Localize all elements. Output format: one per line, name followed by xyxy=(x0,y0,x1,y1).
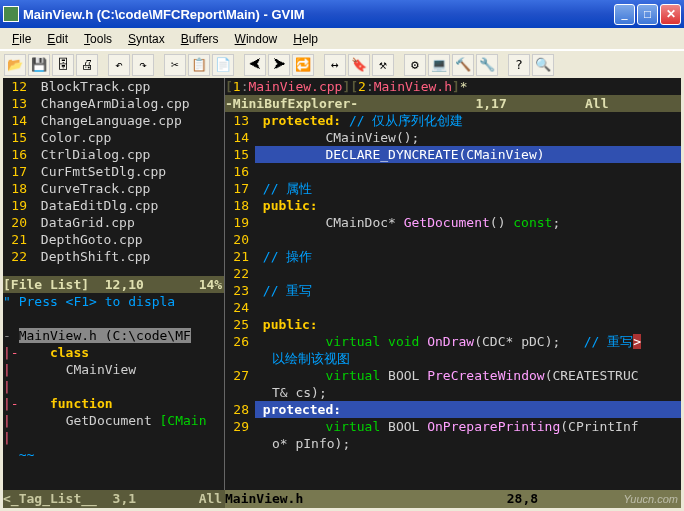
replace-icon[interactable]: 🔁 xyxy=(292,54,314,76)
menu-tools[interactable]: Tools xyxy=(76,30,120,48)
saveall-icon[interactable]: 🗄 xyxy=(52,54,74,76)
menu-buffers[interactable]: Buffers xyxy=(173,30,227,48)
editor-area: 12 BlockTrack.cpp13 ChangeArmDialog.cpp1… xyxy=(3,78,681,508)
current-line[interactable]: 15 DECLARE_DYNCREATE(CMainView) xyxy=(225,146,681,163)
menu-file[interactable]: File xyxy=(4,30,39,48)
hammer-icon[interactable]: 🔨 xyxy=(452,54,474,76)
cut-icon[interactable]: ✂ xyxy=(164,54,186,76)
open-icon[interactable]: 📂 xyxy=(4,54,26,76)
bottom-status: <_Tag_List__ 3,1 All MainView.h 28,8 xyxy=(3,490,681,508)
file-list-pane[interactable]: 12 BlockTrack.cpp13 ChangeArmDialog.cpp1… xyxy=(3,78,224,276)
buffer-tabs[interactable]: [1:MainView.cpp][2:MainView.h]* xyxy=(225,78,681,95)
save-icon[interactable]: 💾 xyxy=(28,54,50,76)
copy-icon[interactable]: 📋 xyxy=(188,54,210,76)
make-icon[interactable]: ⚒ xyxy=(372,54,394,76)
tilde: ~~ xyxy=(19,447,35,462)
status-filename: MainView.h xyxy=(225,490,303,508)
print-icon[interactable]: 🖨 xyxy=(76,54,98,76)
taglist-status: <_Tag_List__ 3,1 All xyxy=(3,490,225,508)
redo-icon[interactable]: ↷ xyxy=(132,54,154,76)
file-list-item[interactable]: 15 Color.cpp xyxy=(3,129,224,146)
minibuf-explorer-status: -MiniBufExplorer- 1,17 All xyxy=(225,95,681,112)
minimize-button[interactable]: _ xyxy=(614,4,635,25)
build-icon[interactable]: ⚙ xyxy=(404,54,426,76)
file-list-item[interactable]: 19 DataEditDlg.cpp xyxy=(3,197,224,214)
tab-1[interactable]: MainView.cpp xyxy=(248,79,342,94)
tag-class-header: class xyxy=(50,345,89,360)
undo-icon[interactable]: ↶ xyxy=(108,54,130,76)
tag-function-header: function xyxy=(50,396,113,411)
taglist-hint: " Press <F1> to displa xyxy=(3,294,175,309)
menu-edit[interactable]: Edit xyxy=(39,30,76,48)
titlebar: MainView.h (C:\code\MFCReport\Main) - GV… xyxy=(0,0,684,28)
file-list-item[interactable]: 18 CurveTrack.cpp xyxy=(3,180,224,197)
tab-2[interactable]: MainView.h xyxy=(374,79,452,94)
taglist-file[interactable]: MainView.h (C:\code\MF xyxy=(19,328,191,343)
menubar: File Edit Tools Syntax Buffers Window He… xyxy=(0,28,684,50)
status-position: 28,8 xyxy=(303,490,616,508)
find-prev-icon[interactable]: ⮜ xyxy=(244,54,266,76)
fold-icon[interactable]: - xyxy=(3,328,19,343)
toolbar: 📂💾🗄🖨↶↷✂📋📄⮜⮞🔁↔🔖⚒⚙💻🔨🔧?🔍 xyxy=(0,50,684,78)
file-list-item[interactable]: 17 CurFmtSetDlg.cpp xyxy=(3,163,224,180)
shell-icon[interactable]: 💻 xyxy=(428,54,450,76)
wrench-icon[interactable]: 🔧 xyxy=(476,54,498,76)
right-pane: [1:MainView.cpp][2:MainView.h]* -MiniBuf… xyxy=(225,78,681,490)
app-icon xyxy=(3,6,19,22)
tag-class-name[interactable]: CMainView xyxy=(66,362,136,377)
taglist-pane[interactable]: " Press <F1> to displa - MainView.h (C:\… xyxy=(3,293,224,491)
tag-function-name[interactable]: GetDocument xyxy=(66,413,152,428)
file-list-item[interactable]: 12 BlockTrack.cpp xyxy=(3,78,224,95)
wrap-indicator: > xyxy=(633,334,641,349)
search-help-icon[interactable]: 🔍 xyxy=(532,54,554,76)
menu-window[interactable]: Window xyxy=(227,30,286,48)
paste-icon[interactable]: 📄 xyxy=(212,54,234,76)
tree-bar: |- xyxy=(3,345,19,360)
code-editor[interactable]: 13 protected: // 仅从序列化创建 14 CMainView();… xyxy=(225,112,681,490)
jump-icon[interactable]: ↔ xyxy=(324,54,346,76)
left-pane: 12 BlockTrack.cpp13 ChangeArmDialog.cpp1… xyxy=(3,78,225,490)
file-list-item[interactable]: 22 DepthShift.cpp xyxy=(3,248,224,265)
window-title: MainView.h (C:\code\MFCReport\Main) - GV… xyxy=(23,7,305,22)
modified-indicator: * xyxy=(460,79,468,94)
maximize-button[interactable]: □ xyxy=(637,4,658,25)
tag-icon[interactable]: 🔖 xyxy=(348,54,370,76)
file-list-item[interactable]: 21 DepthGoto.cpp xyxy=(3,231,224,248)
find-next-icon[interactable]: ⮞ xyxy=(268,54,290,76)
file-list-item[interactable]: 14 ChangeLanguage.cpp xyxy=(3,112,224,129)
tag-function-return: [CMain xyxy=(160,413,207,428)
file-list-item[interactable]: 13 ChangeArmDialog.cpp xyxy=(3,95,224,112)
close-button[interactable]: ✕ xyxy=(660,4,681,25)
filelist-status: [File List] 12,10 14% xyxy=(3,276,224,293)
help-icon[interactable]: ? xyxy=(508,54,530,76)
file-list-item[interactable]: 16 CtrlDialog.cpp xyxy=(3,146,224,163)
taglist-blank xyxy=(3,310,224,327)
menu-help[interactable]: Help xyxy=(285,30,326,48)
file-list-item[interactable]: 20 DataGrid.cpp xyxy=(3,214,224,231)
menu-syntax[interactable]: Syntax xyxy=(120,30,173,48)
